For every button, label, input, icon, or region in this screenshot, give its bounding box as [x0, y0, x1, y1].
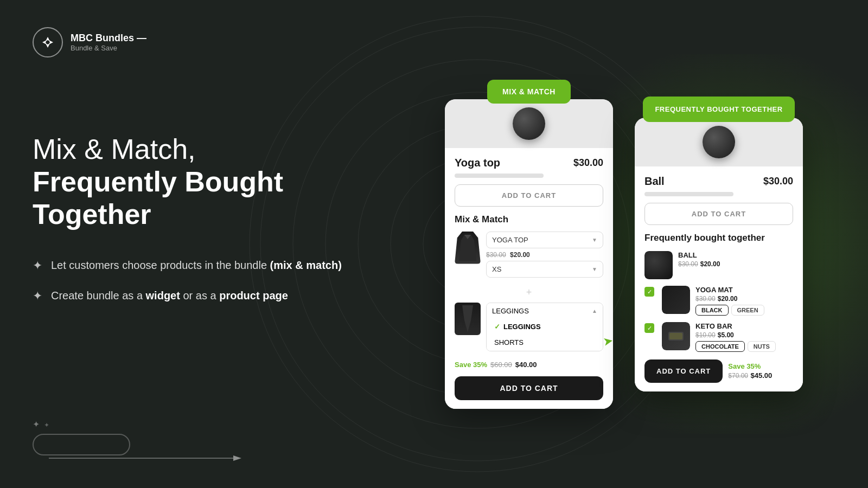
keto-bar-variants: CHOCOLATE NUTS	[695, 341, 793, 352]
card-body-fbt: Ball $30.00 ADD TO CART Frequently bough…	[635, 166, 803, 391]
keto-bar-sale-price: $5.00	[718, 331, 734, 339]
ball-prices: $30.00 $20.00	[678, 260, 793, 268]
yoga-mat-orig-price: $30.00	[695, 295, 716, 303]
fbt-item-keto-bar: KETO BAR $10.00 $5.00 CHOCOLATE NUTS	[644, 322, 793, 352]
fbt-total-prices: $70.00 $45.00	[728, 370, 772, 380]
yoga-mat-green-tag[interactable]: GREEN	[731, 305, 764, 316]
bottom-deco: ✦ ✦	[33, 419, 130, 455]
keto-bar-image	[662, 322, 690, 350]
keto-bar-nuts-tag[interactable]: NUTS	[748, 341, 776, 352]
ball-orig-price: $30.00	[678, 260, 698, 268]
save-info-mm: Save 35% $60.00 $40.00	[455, 361, 603, 369]
yoga-top-image	[455, 232, 481, 264]
dropdown-item-leggings[interactable]: LEGGINGS	[487, 319, 603, 335]
logo-circle	[33, 27, 63, 57]
hero-heading-line1: Mix & Match,	[33, 133, 196, 165]
product-image-area-fbt	[635, 118, 803, 166]
product-name-fbt: Ball	[644, 175, 665, 188]
yoga-mat-black-tag[interactable]: BLACK	[695, 305, 729, 316]
yoga-mat-details: YOGA MAT $30.00 $20.00 BLACK GREEN	[695, 286, 793, 316]
fbt-total-orig: $70.00	[728, 372, 748, 380]
product-sphere-fbt	[703, 126, 735, 158]
mix-match-section-title: Mix & Match	[455, 214, 603, 225]
arrow-decoration	[49, 445, 255, 472]
yoga-mat-sale-price: $20.00	[718, 295, 738, 303]
keto-bar-chocolate-tag[interactable]: CHOCOLATE	[695, 341, 745, 352]
card-body-mm: Yoga top $30.00 ADD TO CART Mix & Match	[445, 148, 613, 409]
fbt-item-yoga-mat: YOGA MAT $30.00 $20.00 BLACK GREEN	[644, 286, 793, 316]
feature-item-2: ✦ Create bundle as a widget or as a prod…	[33, 288, 347, 303]
hero-heading: Mix & Match, Frequently Bought Together	[33, 133, 347, 230]
sparkle-icon-1: ✦	[33, 259, 42, 273]
sale-total-mm: $40.00	[515, 361, 537, 369]
ball-image	[644, 251, 673, 279]
yoga-mat-variants: BLACK GREEN	[695, 305, 793, 316]
keto-bar-prices: $10.00 $5.00	[695, 331, 793, 339]
keto-bar-checkbox[interactable]	[644, 323, 654, 333]
product-sphere-mm	[513, 107, 545, 140]
leggings-chevron-up: ▲	[592, 308, 597, 314]
product-price-mm: $30.00	[573, 157, 603, 169]
original-total-mm: $60.00	[490, 361, 512, 369]
cursor-arrow: ➤	[602, 333, 613, 349]
yoga-mat-image	[662, 286, 690, 314]
mm-item-leggings: LEGGINGS ▲ LEGGINGS SHORTS ➤	[455, 303, 603, 354]
shorts-option-label: SHORTS	[494, 338, 524, 346]
size-select[interactable]: XS ▼	[486, 261, 603, 278]
fbt-tab[interactable]: FREQUENTLY BOUGHT TOGETHER	[643, 97, 794, 122]
leggings-dropdown-header: LEGGINGS ▲	[487, 303, 603, 319]
ball-sale-price: $20.00	[700, 260, 720, 268]
yoga-mat-checkbox[interactable]	[644, 287, 654, 297]
right-panel: MIX & MATCH Yoga top $30.00 ADD TO CART …	[380, 0, 868, 488]
add-to-cart-dark-fbt[interactable]: ADD TO CART	[644, 359, 723, 383]
left-panel: MBC Bundles — Bundle & Save Mix & Match,…	[0, 0, 380, 488]
add-to-cart-outline-mm[interactable]: ADD TO CART	[455, 184, 603, 207]
mix-match-column: MIX & MATCH Yoga top $30.00 ADD TO CART …	[445, 80, 613, 409]
feature-item-1: ✦ Let customers choose products in the b…	[33, 258, 347, 273]
ball-name: BALL	[678, 251, 793, 259]
price-bar-fbt	[644, 192, 733, 196]
fbt-save-badge: Save 35%	[728, 362, 772, 370]
sparkle-icon-2: ✦	[33, 289, 42, 303]
add-to-cart-outline-fbt[interactable]: ADD TO CART	[644, 203, 793, 225]
hero-heading-line2: Frequently Bought Together	[33, 166, 283, 230]
save-badge-mm: Save 35%	[455, 361, 487, 369]
leggings-dropdown[interactable]: LEGGINGS ▲ LEGGINGS SHORTS	[486, 303, 603, 351]
mix-match-card: Yoga top $30.00 ADD TO CART Mix & Match	[445, 99, 613, 409]
yoga-top-selects: YOGA TOP ▼ $30.00 $20.00 XS ▼	[486, 232, 603, 280]
fbt-card: Ball $30.00 ADD TO CART Frequently bough…	[635, 118, 803, 391]
dropdown-item-shorts[interactable]: SHORTS	[487, 335, 603, 351]
mix-match-tab[interactable]: MIX & MATCH	[487, 80, 571, 104]
logo-title: MBC Bundles —	[71, 33, 146, 44]
keto-bar-details: KETO BAR $10.00 $5.00 CHOCOLATE NUTS	[695, 322, 793, 352]
features-list: ✦ Let customers choose products in the b…	[33, 258, 347, 303]
fbt-item-ball: BALL $30.00 $20.00	[644, 251, 793, 279]
product-header-fbt: Ball $30.00	[644, 175, 793, 188]
mm-plus-separator: +	[455, 287, 603, 298]
add-to-cart-dark-mm[interactable]: ADD TO CART	[455, 376, 603, 400]
logo-area: MBC Bundles — Bundle & Save	[33, 27, 347, 57]
svg-marker-8	[233, 455, 241, 461]
leggings-option-label: LEGGINGS	[503, 323, 541, 331]
yoga-top-select[interactable]: YOGA TOP ▼	[486, 232, 603, 248]
fbt-bottom: ADD TO CART Save 35% $70.00 $45.00	[644, 359, 793, 383]
feature-bold-2a: widget	[146, 290, 180, 301]
bar-img-inner	[662, 322, 690, 350]
mat-img-inner	[662, 286, 690, 314]
logo-subtitle: Bundle & Save	[71, 44, 146, 52]
feature-bold-1: (mix & match)	[270, 259, 342, 271]
product-price-fbt: $30.00	[763, 176, 793, 187]
fbt-total-sale: $45.00	[750, 371, 772, 380]
yoga-mat-prices: $30.00 $20.00	[695, 295, 793, 303]
yoga-top-orig-price: $30.00	[486, 251, 506, 259]
fbt-column: FREQUENTLY BOUGHT TOGETHER Ball $30.00 A…	[635, 97, 803, 391]
size-chevron: ▼	[592, 266, 597, 272]
yoga-mat-name: YOGA MAT	[695, 286, 793, 294]
feature-text-1: Let customers choose products in the bun…	[51, 258, 342, 273]
yoga-top-prices: $30.00 $20.00	[486, 251, 603, 259]
fbt-section-title: Frequently bought together	[644, 233, 793, 243]
yoga-top-select-label: YOGA TOP	[492, 236, 528, 244]
fbt-save-info: Save 35% $70.00 $45.00	[728, 362, 772, 380]
svg-rect-10	[669, 333, 682, 339]
yoga-top-sale-price: $20.00	[510, 251, 530, 259]
